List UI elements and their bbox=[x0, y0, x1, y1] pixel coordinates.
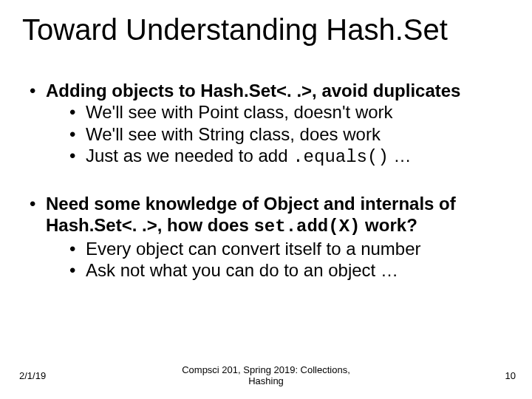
bullet-2-lead-code: set.add(X) bbox=[253, 216, 360, 236]
outer-list: Adding objects to Hash.Set<. .>, avoid d… bbox=[27, 80, 505, 168]
bullet-1-lead: Adding objects to Hash.Set<. .>, avoid d… bbox=[46, 81, 460, 100]
bullet-2-sub-2: Ask not what you can do to an object … bbox=[66, 259, 505, 281]
bullet-1: Adding objects to Hash.Set<. .>, avoid d… bbox=[27, 80, 505, 168]
bullet-2-lead: Need some knowledge of Object and intern… bbox=[46, 194, 456, 235]
footer-page-number: 10 bbox=[505, 370, 516, 381]
spacer bbox=[27, 168, 505, 193]
slide-title: Toward Understanding Hash.Set bbox=[22, 13, 517, 46]
bullet-2-sub-1: Every object can convert itself to a num… bbox=[66, 238, 505, 259]
footer-center-line-2: Hashing bbox=[248, 375, 284, 386]
outer-list-2: Need some knowledge of Object and intern… bbox=[27, 193, 505, 281]
bullet-1-sub-3-pre: Just as we needed to add bbox=[86, 146, 293, 166]
slide: Toward Understanding Hash.Set Adding obj… bbox=[0, 0, 532, 399]
bullet-1-sub-2: We'll see with String class, does work bbox=[66, 123, 505, 145]
footer-center: Compsci 201, Spring 2019: Collections, H… bbox=[0, 364, 532, 387]
bullet-1-sub-3-post: … bbox=[389, 146, 412, 166]
bullet-1-sub-1: We'll see with Point class, doesn't work bbox=[66, 101, 505, 123]
bullet-1-sub-3: Just as we needed to add .equals() … bbox=[66, 145, 505, 168]
slide-body: Adding objects to Hash.Set<. .>, avoid d… bbox=[27, 80, 505, 281]
bullet-2: Need some knowledge of Object and intern… bbox=[27, 193, 505, 281]
bullet-2-sublist: Every object can convert itself to a num… bbox=[46, 238, 505, 282]
bullet-1-sub-3-code: .equals() bbox=[293, 147, 389, 167]
bullet-1-sublist: We'll see with Point class, doesn't work… bbox=[46, 101, 505, 168]
bullet-2-lead-post: work? bbox=[360, 215, 417, 235]
footer-center-line-1: Compsci 201, Spring 2019: Collections, bbox=[182, 364, 350, 375]
